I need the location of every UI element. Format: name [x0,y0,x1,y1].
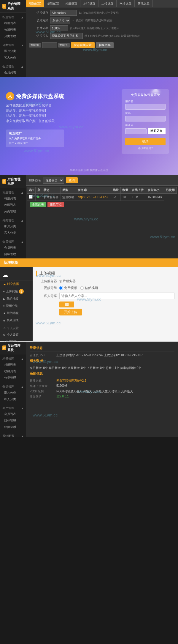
header-label: 切片片头 [29,34,48,38]
s4-sidebar-video-cat[interactable]: ≡ 视频分类 [0,302,33,310]
group-title-member[interactable]: 会员管理▲ [0,63,26,69]
sidebar-item-private-cat[interactable]: 私人分类 [0,54,26,61]
sidebar-member-list-s5[interactable]: 会员列表 [0,411,26,417]
system-icon-s5: 后 [2,345,6,350]
s4-sidebar-personal[interactable]: ⚙ 个人设置 [0,331,33,338]
login-promo[interactable]: 相互推广 永久免费领取用户推广任务 推广 ● 相互推广 [6,130,64,147]
sidebar-cat-s5[interactable]: 分类管理 [0,375,26,381]
s4-sidebar-vod[interactable]: ☁ 时空点播 [0,280,33,288]
group-classify-s3[interactable]: 分类管理▲ [0,217,26,223]
row-checkbox[interactable] [29,195,33,199]
td-online-1: 10 [121,194,130,201]
delete-node-btn[interactable]: 删除节点 [47,202,64,207]
sidebar-item-category[interactable]: 分类管理 [0,33,26,40]
tab-upload-settings[interactable]: 上传设置 [98,0,117,7]
sidebar-video-cat-s5[interactable]: 影片分类 [0,389,26,396]
group-sysconfig-s5[interactable]: 系统配置▲ [0,433,26,437]
sidebar-item-target[interactable]: 目标管理 [0,76,26,77]
username-input[interactable] [125,104,166,110]
start-upload-btn[interactable]: 开始上传 [59,309,82,315]
server-row-1: 切片服务器 急速线缆 http://123.123.123.123/ 63 10… [27,194,177,201]
login-button[interactable]: 登录 [125,138,166,145]
switch-album-btn[interactable]: 切换图集 [96,42,114,48]
upload-form-title: 上传视频 [36,271,174,276]
radio-free-input[interactable] [59,286,63,290]
captcha-field: 验证码 MPZA [125,123,166,134]
upload-mode-row: 视频分组 免费视频 粘贴视频 [36,286,174,290]
server-link[interactable]: http://123.123.123.123/ [78,195,108,199]
video-cat-label: 视频分类 [6,304,18,308]
radio-free[interactable]: 免费视频 [59,286,77,290]
personal-icon: ☺ [3,326,6,330]
group-album-s5[interactable]: 相册管理▲ [0,356,26,362]
sidebar-member-s3[interactable]: 会员列表 [0,244,26,251]
sidebar-private-cat-s3[interactable]: 私人分类 [0,230,26,236]
sidebar-title: 后台管理系统 [7,2,24,11]
radio-paste-input[interactable] [80,286,84,290]
sidebar-item-collect[interactable]: 收藏列表 [0,26,26,33]
system-upload-row: 允许上传最大 51200M [30,384,174,388]
td-used-1: 160.88 MB [146,194,164,201]
group-album-s3[interactable]: 相册管理▲ [0,189,26,195]
bitrate-input[interactable] [50,25,68,31]
s4-sidebar-upload[interactable]: + 上传视频 1 [0,288,33,295]
cloud-logo: ☁ [2,271,8,278]
sidebar-private-cat-s5[interactable]: 私人分类 [0,396,26,402]
tab-network[interactable]: 网络设置 [117,0,135,7]
group-classify-s5[interactable]: 分类管理▲ [0,383,26,389]
sidebar-item-member-list[interactable]: 会员列表 [0,69,26,76]
sidebar-album-list-s3[interactable]: 相册列表 [0,195,26,202]
sidebar-item-album-list[interactable]: 相册列表 [0,20,26,26]
td-server-1[interactable]: http://123.123.123.123/ [76,194,111,201]
sidebar-target-s3[interactable]: 目标管理 [0,251,26,258]
captcha-input[interactable] [125,128,147,134]
main-content-s5: 登录信息 管理员: 222 上次登录时间: 2016-12-28 19:33:4… [26,342,178,437]
path-input[interactable] [50,10,77,16]
captcha-image[interactable]: MPZA [148,128,166,134]
tab-watermark[interactable]: 水印设置 [80,0,98,7]
group-member-s3[interactable]: 会员管理▲ [0,239,26,244]
s4-sidebar-my-videos[interactable]: ▶ 我的视频 [0,295,33,302]
mode-select[interactable]: 急速切片 [50,18,70,23]
tab-album-settings[interactable]: 相册设置 [62,0,80,7]
channel-label: 多频道推广 [7,318,21,322]
header-input[interactable] [50,33,83,39]
sidebar-target-s5[interactable]: 目标管理 [0,417,26,424]
group-member-s5[interactable]: 会员管理▲ [0,405,26,411]
s4-sidebar-my-place[interactable]: ★ 我的地盘 [0,310,33,317]
sidebar-group-classify: 分类管理▲ 影片分类 私人分类 [0,41,26,62]
th-type: 状态 [42,187,61,194]
login-background: ☁ 人 免费多媒体云盘系统 全球领先的互联网媒体分发平台高品质、高系中享特权任意… [0,77,178,175]
stats-val: 今日新增: 0个 昨日新增: 0个 水果新增: 0个 上月新增: 0个 总数: … [30,366,174,370]
s4-sidebar-channel[interactable]: ◈ 多频道推广 [0,317,33,324]
ts-input-1[interactable] [42,42,57,48]
server-select[interactable]: 服务器名 [43,177,64,184]
sidebar-video-cat-s3[interactable]: 影片分类 [0,223,26,230]
sidebar-exp-s5[interactable]: 经验金币 [0,424,26,430]
sidebar-collect-s5[interactable]: 收藏列表 [0,368,26,375]
sidebar-album-s5[interactable]: 相册列表 [0,362,26,368]
server-query-btn[interactable]: 查询 [66,177,78,183]
password-input[interactable] [125,116,166,121]
group-title-classify[interactable]: 分类管理▲ [0,42,26,48]
upload-private-input[interactable] [59,293,174,299]
sidebar-item-video-cat[interactable]: 影片分类 [0,48,26,54]
header-hint: 秒子到片头片头秒数(如: 0.1s), 设置需控制路径 [85,34,175,38]
tab-other[interactable]: 其他设置 [135,0,153,7]
td-check-1[interactable] [27,194,35,201]
tab-record-config[interactable]: 录制配置 [44,0,62,7]
upload-header: 新增视频 [0,258,178,267]
sidebar-collect-s3[interactable]: 收藏列表 [0,202,26,208]
forget-link[interactable]: 还没有账号? [125,146,166,150]
tab-video-config[interactable]: 视频配置 [26,0,44,7]
s4-sidebar-help[interactable]: ? 使用帮助 [0,338,33,342]
sidebar-cat-s3[interactable]: 分类管理 [0,208,26,215]
save-video-config-btn[interactable]: 保存视频设置 [71,42,95,48]
sidebar-group-member-s5: 会员管理▲ 会员列表 目标管理 经验金币 [0,404,26,432]
group-title-album[interactable]: 相册管理▲ [0,14,26,20]
radio-paste[interactable]: 粘贴视频 [80,286,98,290]
ts-badge-1: TS时长 [29,43,41,48]
select-all-btn[interactable]: 全选此表 [30,202,46,207]
server-select-label: 服务器名 [29,178,41,182]
ts-row: TS时长 TS时长 保存视频设置 切换图集 [29,41,175,49]
